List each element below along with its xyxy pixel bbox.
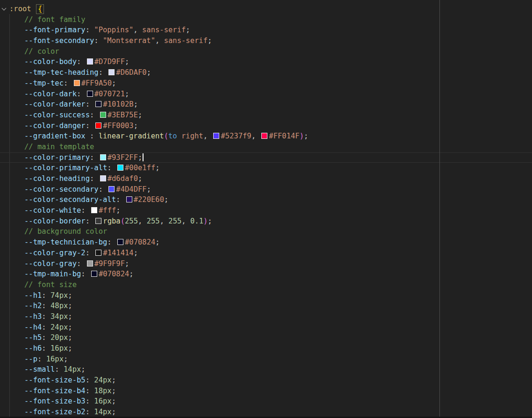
code-line[interactable]: --color-secondary: #4D4DFF; (0, 184, 532, 195)
code-line[interactable]: // color (0, 46, 532, 57)
code-line[interactable]: --color-body: #D7D9FF; (0, 57, 532, 67)
token-val: #4D4DFF (116, 185, 146, 194)
code-line[interactable]: --color-success: #3EB75E; (0, 110, 532, 121)
color-swatch[interactable] (117, 239, 123, 245)
code-line[interactable]: --color-white: #fff; (0, 205, 532, 216)
code-line[interactable]: --tmp-tec: #FF9A50; (0, 78, 532, 89)
token-pun: : (37, 355, 46, 363)
code-line[interactable]: --color-border: rgba(255, 255, 255, 0.1)… (0, 216, 532, 227)
token-num: 24px (50, 323, 68, 332)
color-swatch[interactable] (74, 80, 80, 86)
color-swatch[interactable] (95, 250, 101, 256)
token-prop: --color-primary-alt (24, 164, 107, 172)
token-prop: --p (24, 355, 37, 363)
token-pun: : (42, 333, 50, 342)
token-pun: : (77, 58, 86, 66)
code-line[interactable]: :root { (0, 4, 532, 14)
color-swatch[interactable] (108, 186, 115, 192)
token-num: 0.1 (190, 217, 203, 225)
token-pun: : (86, 249, 94, 257)
code-line[interactable]: --color-dark: #070721; (0, 89, 532, 100)
code-line[interactable]: --font-size-b2: 14px; (0, 407, 532, 418)
token-num: 255 (125, 217, 138, 225)
code-line[interactable]: --small: 14px; (0, 364, 532, 375)
token-pun: ; (112, 408, 116, 416)
token-pun: : (86, 376, 94, 384)
token-par: ( (121, 217, 125, 225)
code-line[interactable]: --color-danger: #FF0003; (0, 121, 532, 131)
token-pun: , (203, 132, 212, 140)
color-swatch[interactable] (261, 133, 267, 139)
color-swatch[interactable] (87, 260, 93, 267)
token-prop: --color-success (24, 111, 90, 119)
code-line[interactable]: // main template (0, 142, 532, 152)
code-line[interactable]: --color-secondary-alt: #220E60; (0, 195, 532, 205)
code-line[interactable]: // font size (0, 280, 532, 290)
color-swatch[interactable] (117, 165, 123, 171)
code-line[interactable]: --font-size-b4: 18px; (0, 386, 532, 396)
code-line[interactable]: // font family (0, 14, 532, 25)
color-swatch[interactable] (87, 91, 93, 97)
token-pun: ; (208, 36, 212, 45)
code-line[interactable]: // background color (0, 226, 532, 237)
token-val: #070824 (125, 238, 155, 246)
code-area[interactable]: :root {// font family--font-primary: "Po… (0, 0, 532, 418)
token-pun: : (86, 26, 94, 34)
code-line[interactable]: --h1: 74px; (0, 290, 532, 301)
token-pun: : (77, 90, 86, 98)
color-swatch[interactable] (100, 112, 106, 118)
code-line[interactable]: --h3: 34px; (0, 311, 532, 322)
code-line[interactable]: --h6: 16px; (0, 343, 532, 354)
token-pun: ; (125, 90, 129, 98)
code-line[interactable]: --color-primary: #93F2FF; (0, 152, 532, 163)
color-swatch[interactable] (95, 123, 101, 129)
color-swatch[interactable] (91, 207, 97, 213)
code-line[interactable]: --p: 16px; (0, 354, 532, 365)
code-line[interactable]: --tmp-tec-heading: #D6DAF0; (0, 67, 532, 78)
code-line[interactable]: --tmp-technician-bg: #070824; (0, 237, 532, 248)
token-val: #FF9A50 (81, 79, 112, 87)
code-line[interactable]: --font-size-b5: 24px; (0, 375, 532, 386)
token-com: // color (24, 47, 59, 56)
color-swatch[interactable] (213, 133, 219, 139)
token-kw: to (168, 132, 177, 140)
color-swatch[interactable] (87, 58, 93, 65)
color-swatch[interactable] (108, 69, 115, 75)
token-val: right (177, 132, 203, 140)
token-val: #D6DAF0 (116, 68, 146, 77)
code-line[interactable]: --font-primary: "Poppins", sans-serif; (0, 25, 532, 36)
color-swatch[interactable] (95, 218, 101, 224)
color-swatch[interactable] (126, 196, 132, 202)
code-line[interactable]: --h5: 20px; (0, 332, 532, 343)
code-line[interactable]: --color-gray: #9F9F9F; (0, 259, 532, 269)
color-swatch[interactable] (100, 175, 106, 181)
token-prop: --color-heading (24, 174, 90, 183)
token-pun: : (94, 36, 103, 45)
code-line[interactable]: --h2: 48px; (0, 301, 532, 311)
code-line[interactable]: --h4: 24px; (0, 322, 532, 333)
token-val: "Montserrat" (103, 36, 155, 45)
color-swatch[interactable] (100, 154, 106, 160)
code-line[interactable]: --tmp-main-bg: #070824; (0, 269, 532, 280)
token-com: // background color (24, 227, 107, 236)
code-line[interactable]: --color-primary-alt: #00e1ff; (0, 163, 532, 173)
code-line[interactable]: --color-darker: #10102B; (0, 99, 532, 110)
code-line[interactable]: --font-secondary: "Montserrat", sans-ser… (0, 36, 532, 46)
token-prop: --font-secondary (24, 36, 94, 45)
token-num: 18px (94, 387, 111, 395)
code-line[interactable]: --color-gray-2: #141414; (0, 248, 532, 259)
code-line[interactable]: --color-heading: #d6daf0; (0, 173, 532, 184)
token-val: "Poppins" (94, 26, 133, 34)
code-line[interactable]: --gradient-box : linear-gradient(to righ… (0, 131, 532, 142)
color-swatch[interactable] (91, 271, 97, 277)
token-pun: ; (112, 387, 116, 395)
token-num: 16px (46, 355, 64, 363)
token-pun: ; (164, 195, 168, 204)
color-swatch[interactable] (95, 101, 101, 107)
chevron-down-icon[interactable] (2, 6, 7, 11)
token-num: 20px (50, 333, 68, 342)
token-pun: : (107, 238, 116, 246)
code-line[interactable]: --font-size-b3: 16px; (0, 396, 532, 407)
token-num: 24px (94, 376, 111, 384)
token-prop: --small (24, 365, 55, 374)
